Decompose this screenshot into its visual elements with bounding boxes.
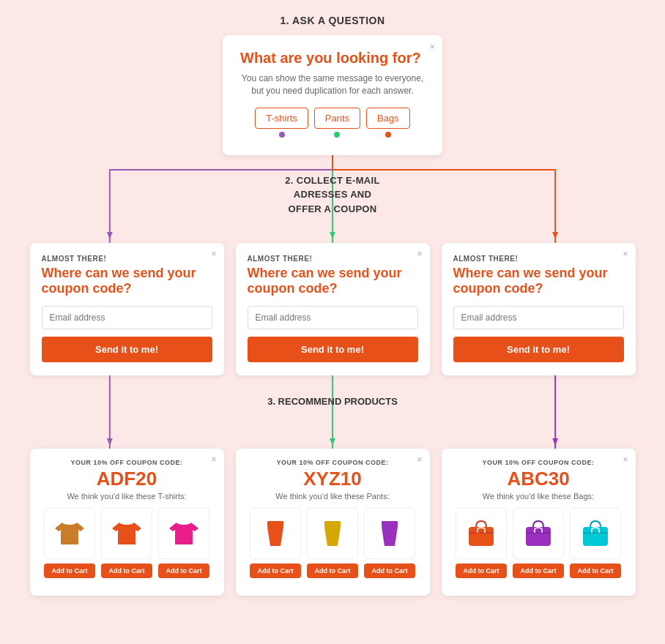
step3-label: 3. RECOMMEND PRODUCTS bbox=[267, 396, 398, 407]
connectors-section-1: 2. COLLECT E-MAILADRESSES ANDOFFER A COU… bbox=[7, 155, 658, 243]
svg-marker-1 bbox=[330, 232, 335, 239]
main-container: 1. ASK A QUESTION × What are you looking… bbox=[0, 0, 665, 610]
rec-text-1: We think you'd like these T-shirts: bbox=[40, 492, 214, 501]
email-card-bags: × ALMOST THERE! Where can we send your c… bbox=[442, 243, 636, 375]
product-item-2a: Add to Cart bbox=[250, 508, 301, 578]
almost-label-3: ALMOST THERE! bbox=[453, 255, 624, 263]
tshirt-icon-1c bbox=[166, 515, 202, 552]
svg-rect-10 bbox=[324, 521, 341, 527]
add-to-cart-1b[interactable]: Add to Cart bbox=[101, 564, 152, 578]
email-card-3-close[interactable]: × bbox=[623, 249, 628, 259]
email-input-3[interactable] bbox=[453, 306, 624, 329]
tshirt-icon-1a bbox=[51, 515, 88, 552]
answer-buttons-row: T-shirts Pants Bags bbox=[240, 108, 425, 138]
send-btn-2[interactable]: Send it to me! bbox=[248, 337, 418, 362]
connectors-section-2: 3. RECOMMEND PRODUCTS bbox=[7, 375, 658, 449]
add-to-cart-2c[interactable]: Add to Cart bbox=[364, 564, 415, 578]
product-items-2: Add to Cart Add to Cart bbox=[246, 508, 420, 578]
coupon-label-3: YOUR 10% OFF COUPON CODE: bbox=[452, 459, 625, 466]
email-card-tshirts: × ALMOST THERE! Where can we send your c… bbox=[30, 243, 224, 375]
question-card: × What are you looking for? You can show… bbox=[223, 35, 442, 155]
product-thumb-1c bbox=[158, 508, 209, 559]
add-to-cart-3a[interactable]: Add to Cart bbox=[456, 564, 507, 578]
send-btn-1[interactable]: Send it to me! bbox=[42, 337, 212, 362]
svg-marker-8 bbox=[552, 438, 558, 446]
almost-label-2: ALMOST THERE! bbox=[248, 255, 418, 263]
bag-icon-3c bbox=[577, 515, 614, 552]
product-items-3: Add to Cart Add to Cart bbox=[452, 508, 625, 578]
arrowheads-2 bbox=[7, 375, 658, 449]
add-to-cart-3b[interactable]: Add to Cart bbox=[513, 564, 564, 578]
product-card-pants: × YOUR 10% OFF COUPON CODE: XYZ10 We thi… bbox=[236, 449, 430, 596]
email-card-1-title: Where can we send your coupon code? bbox=[42, 266, 212, 297]
answer-tshirts-btn[interactable]: T-shirts bbox=[255, 108, 308, 129]
send-btn-3[interactable]: Send it to me! bbox=[453, 337, 624, 362]
svg-marker-6 bbox=[107, 438, 113, 446]
flow-svg-2 bbox=[7, 375, 658, 449]
email-card-2-title: Where can we send your coupon code? bbox=[248, 266, 418, 297]
add-to-cart-2b[interactable]: Add to Cart bbox=[307, 564, 358, 578]
product-card-1-close[interactable]: × bbox=[211, 454, 216, 465]
pants-dot bbox=[334, 132, 340, 138]
product-thumb-2a bbox=[250, 508, 301, 559]
product-item-1b: Add to Cart bbox=[101, 508, 152, 578]
pants-icon-2c bbox=[371, 515, 408, 552]
product-item-3a: Add to Cart bbox=[456, 508, 507, 578]
email-card-2-close[interactable]: × bbox=[417, 249, 422, 259]
coupon-code-1: ADF20 bbox=[40, 468, 214, 490]
step2-label: 2. COLLECT E-MAILADRESSES ANDOFFER A COU… bbox=[285, 173, 379, 217]
product-thumb-1a bbox=[44, 508, 95, 559]
email-cards-row: × ALMOST THERE! Where can we send your c… bbox=[7, 243, 658, 375]
tshirt-icon-1b bbox=[108, 515, 145, 552]
email-input-2[interactable] bbox=[248, 306, 418, 329]
bag-icon-3b bbox=[520, 515, 557, 552]
product-item-1a: Add to Cart bbox=[44, 508, 95, 578]
product-card-2-close[interactable]: × bbox=[417, 454, 422, 465]
pants-icon-2a bbox=[257, 515, 294, 552]
question-title: What are you looking for? bbox=[240, 50, 425, 67]
answer-pants-wrapper: Pants bbox=[314, 108, 360, 138]
rec-text-3: We think you'd like these Bags: bbox=[452, 492, 625, 501]
email-card-3-title: Where can we send your coupon code? bbox=[453, 266, 624, 297]
product-thumb-2c bbox=[364, 508, 415, 559]
question-subtitle: You can show the same message to everyon… bbox=[240, 72, 425, 97]
step1-label: 1. ASK A QUESTION bbox=[7, 15, 658, 26]
email-input-1[interactable] bbox=[42, 306, 212, 329]
coupon-label-1: YOUR 10% OFF COUPON CODE: bbox=[40, 459, 214, 466]
svg-rect-11 bbox=[382, 521, 398, 527]
product-card-bags: × YOUR 10% OFF COUPON CODE: ABC30 We thi… bbox=[442, 449, 636, 596]
product-thumb-3a bbox=[456, 508, 507, 559]
add-to-cart-2a[interactable]: Add to Cart bbox=[250, 564, 301, 578]
email-card-pants: × ALMOST THERE! Where can we send your c… bbox=[236, 243, 430, 375]
almost-label-1: ALMOST THERE! bbox=[42, 255, 212, 263]
rec-text-2: We think you'd like these Pants: bbox=[246, 492, 420, 501]
answer-tshirts-wrapper: T-shirts bbox=[255, 108, 308, 138]
add-to-cart-1c[interactable]: Add to Cart bbox=[158, 564, 209, 578]
product-thumb-1b bbox=[101, 508, 152, 559]
svg-marker-7 bbox=[330, 438, 335, 446]
coupon-label-2: YOUR 10% OFF COUPON CODE: bbox=[246, 459, 420, 466]
bags-dot bbox=[385, 132, 391, 138]
add-to-cart-3c[interactable]: Add to Cart bbox=[570, 564, 621, 578]
answer-pants-btn[interactable]: Pants bbox=[314, 108, 360, 129]
svg-marker-2 bbox=[552, 232, 558, 239]
add-to-cart-1a[interactable]: Add to Cart bbox=[44, 564, 95, 578]
product-item-3b: Add to Cart bbox=[513, 508, 564, 578]
product-thumb-3c bbox=[570, 508, 621, 559]
answer-bags-wrapper: Bags bbox=[366, 108, 410, 138]
bag-icon-3a bbox=[463, 515, 499, 552]
answer-bags-btn[interactable]: Bags bbox=[366, 108, 410, 129]
coupon-code-2: XYZ10 bbox=[246, 468, 420, 490]
product-cards-row: × YOUR 10% OFF COUPON CODE: ADF20 We thi… bbox=[7, 449, 658, 596]
svg-rect-9 bbox=[267, 521, 283, 527]
product-item-1c: Add to Cart bbox=[158, 508, 209, 578]
product-item-2b: Add to Cart bbox=[307, 508, 358, 578]
email-card-1-close[interactable]: × bbox=[211, 249, 216, 259]
coupon-code-3: ABC30 bbox=[452, 468, 625, 490]
product-thumb-2b bbox=[307, 508, 358, 559]
pants-icon-2b bbox=[314, 515, 351, 552]
close-icon[interactable]: × bbox=[429, 41, 435, 52]
product-item-3c: Add to Cart bbox=[570, 508, 621, 578]
product-item-2c: Add to Cart bbox=[364, 508, 415, 578]
product-card-3-close[interactable]: × bbox=[623, 454, 628, 465]
